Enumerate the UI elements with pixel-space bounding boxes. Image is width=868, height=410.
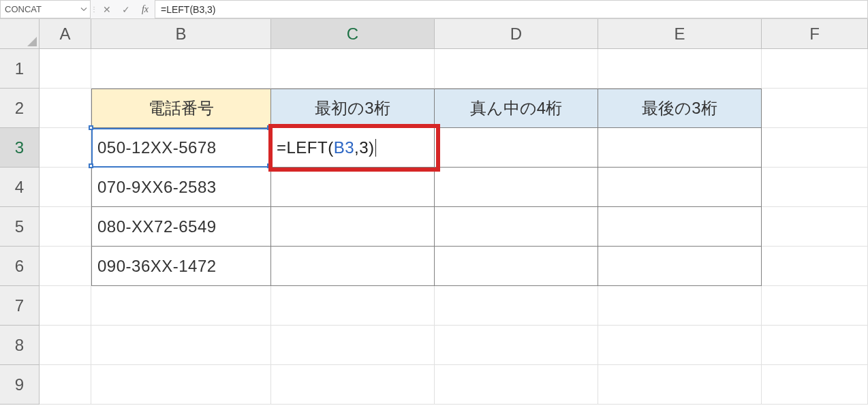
cell-C1[interactable] [271, 49, 435, 89]
cell-D5[interactable] [435, 207, 598, 247]
cell-A5[interactable] [40, 207, 91, 247]
name-box[interactable]: CONCAT [0, 0, 91, 18]
cell-F1[interactable] [762, 49, 868, 89]
row-header-9[interactable]: 9 [0, 365, 40, 405]
cell-B8[interactable] [91, 326, 271, 365]
cell-F7[interactable] [762, 286, 868, 326]
cell-D3[interactable] [435, 128, 598, 168]
name-box-value: CONCAT [5, 4, 42, 14]
col-header-E[interactable]: E [598, 19, 762, 49]
table-row [40, 365, 868, 405]
cell-E8[interactable] [598, 326, 762, 365]
row-header-1[interactable]: 1 [0, 49, 40, 89]
table-row [40, 326, 868, 365]
formula-bar-resize-handle[interactable]: ⋮ [91, 0, 97, 18]
cell-E6[interactable] [598, 247, 762, 286]
cell-D1[interactable] [435, 49, 598, 89]
cell-D6[interactable] [435, 247, 598, 286]
formula-ref: B3 [334, 138, 354, 157]
formula-input[interactable]: =LEFT(B3,3) [155, 0, 868, 18]
formula-part: =LEFT( [277, 138, 334, 157]
row-headers: 1 2 3 4 5 6 7 8 9 [0, 49, 40, 405]
cell-F3[interactable] [762, 128, 868, 168]
formula-enter-button[interactable]: ✓ [117, 0, 136, 18]
col-header-C[interactable]: C [271, 19, 435, 49]
row-header-6[interactable]: 6 [0, 247, 40, 286]
cell-E2[interactable]: 最後の3桁 [598, 89, 762, 128]
cell-D2[interactable]: 真ん中の4桁 [435, 89, 598, 128]
cell-B5[interactable]: 080-XX72-6549 [91, 207, 271, 247]
cell-B2[interactable]: 電話番号 [91, 89, 271, 128]
col-header-D[interactable]: D [435, 19, 598, 49]
cell-C3[interactable]: =LEFT(B3,3) [271, 128, 435, 168]
cell-E3[interactable] [598, 128, 762, 168]
cell-C4[interactable] [271, 168, 435, 207]
table-row: 070-9XX6-2583 [40, 168, 868, 207]
cell-B4[interactable]: 070-9XX6-2583 [91, 168, 271, 207]
worksheet: A B C D E F 1 2 3 4 5 6 7 8 9 電話番号 最初の3桁 [0, 19, 868, 410]
cell-A8[interactable] [40, 326, 91, 365]
insert-function-button[interactable]: fx [136, 0, 155, 18]
formula-part: ,3) [354, 138, 375, 157]
cell-C2[interactable]: 最初の3桁 [271, 89, 435, 128]
grid: 電話番号 最初の3桁 真ん中の4桁 最後の3桁 050-12XX-5678 =L… [40, 49, 868, 405]
reference-handle-icon[interactable] [267, 163, 272, 168]
row-header-2[interactable]: 2 [0, 89, 40, 128]
col-header-A[interactable]: A [40, 19, 91, 49]
col-header-F[interactable]: F [762, 19, 868, 49]
cell-C9[interactable] [271, 365, 435, 405]
cell-F4[interactable] [762, 168, 868, 207]
cell-E7[interactable] [598, 286, 762, 326]
row-header-5[interactable]: 5 [0, 207, 40, 247]
cell-F5[interactable] [762, 207, 868, 247]
table-row: 電話番号 最初の3桁 真ん中の4桁 最後の3桁 [40, 89, 868, 128]
cell-C5[interactable] [271, 207, 435, 247]
cell-B7[interactable] [91, 286, 271, 326]
cell-A7[interactable] [40, 286, 91, 326]
table-row [40, 286, 868, 326]
cell-E4[interactable] [598, 168, 762, 207]
row-header-4[interactable]: 4 [0, 168, 40, 207]
select-all-corner[interactable] [0, 19, 40, 49]
column-headers: A B C D E F [40, 19, 868, 49]
cell-E9[interactable] [598, 365, 762, 405]
cell-B9[interactable] [91, 365, 271, 405]
cell-A4[interactable] [40, 168, 91, 207]
cell-A2[interactable] [40, 89, 91, 128]
cell-A6[interactable] [40, 247, 91, 286]
formula-input-text: =LEFT(B3,3) [161, 4, 216, 15]
reference-handle-icon[interactable] [89, 125, 93, 130]
row-header-7[interactable]: 7 [0, 286, 40, 326]
reference-handle-icon[interactable] [89, 163, 93, 168]
cell-F8[interactable] [762, 326, 868, 365]
table-row [40, 49, 868, 89]
cell-F2[interactable] [762, 89, 868, 128]
cell-C7[interactable] [271, 286, 435, 326]
cell-A3[interactable] [40, 128, 91, 168]
cell-E5[interactable] [598, 207, 762, 247]
row-header-3[interactable]: 3 [0, 128, 40, 168]
cell-B6[interactable]: 090-36XX-1472 [91, 247, 271, 286]
cell-A1[interactable] [40, 49, 91, 89]
cell-C6[interactable] [271, 247, 435, 286]
cell-B1[interactable] [91, 49, 271, 89]
cell-A9[interactable] [40, 365, 91, 405]
cell-F6[interactable] [762, 247, 868, 286]
cell-D4[interactable] [435, 168, 598, 207]
cell-D9[interactable] [435, 365, 598, 405]
table-row: 080-XX72-6549 [40, 207, 868, 247]
table-row: 090-36XX-1472 [40, 247, 868, 286]
cell-C8[interactable] [271, 326, 435, 365]
formula-cancel-button[interactable]: ✕ [97, 0, 117, 18]
cell-E1[interactable] [598, 49, 762, 89]
row-header-8[interactable]: 8 [0, 326, 40, 365]
formula-bar: CONCAT ⋮ ✕ ✓ fx =LEFT(B3,3) [0, 0, 868, 19]
cell-B3[interactable]: 050-12XX-5678 [91, 128, 271, 168]
cell-F9[interactable] [762, 365, 868, 405]
col-header-B[interactable]: B [91, 19, 271, 49]
name-box-dropdown-icon[interactable] [80, 4, 87, 14]
reference-handle-icon[interactable] [267, 125, 272, 130]
cell-D7[interactable] [435, 286, 598, 326]
table-row: 050-12XX-5678 =LEFT(B3,3) [40, 128, 868, 168]
cell-D8[interactable] [435, 326, 598, 365]
